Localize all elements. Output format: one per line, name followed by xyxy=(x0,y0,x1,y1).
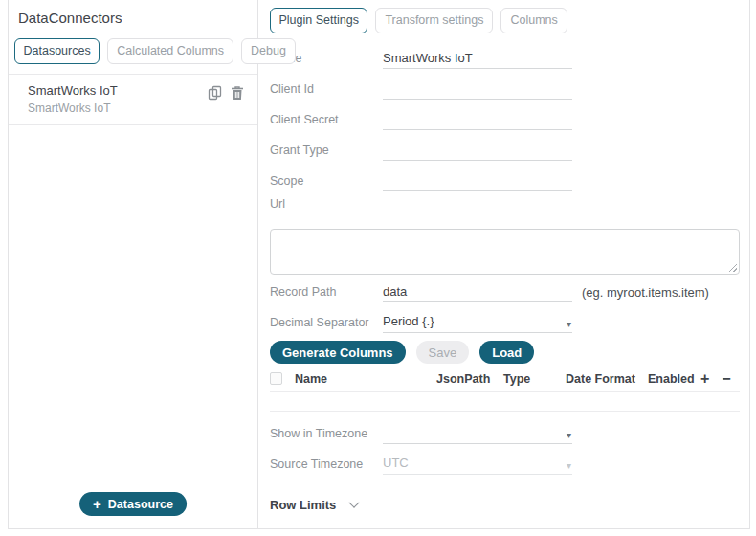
add-datasource-label: Datasource xyxy=(108,498,173,511)
plugin-settings-panel: Plugin Settings Transform settings Colum… xyxy=(258,0,749,528)
caret-down-icon: ▾ xyxy=(567,461,571,471)
grant-type-input[interactable] xyxy=(383,142,572,160)
remove-column-icon[interactable]: − xyxy=(722,371,730,387)
tab-plugin-settings[interactable]: Plugin Settings xyxy=(270,8,367,34)
column-header-name: Name xyxy=(295,372,436,386)
column-header-enabled: Enabled xyxy=(648,372,700,386)
record-path-input[interactable] xyxy=(383,283,572,302)
scope-row: Scope xyxy=(270,161,749,191)
decimal-separator-label: Decimal Separator xyxy=(270,316,383,333)
add-column-icon[interactable]: + xyxy=(700,371,709,387)
columns-table-header: Name JsonPath Type Date Format Enabled +… xyxy=(270,370,740,387)
client-id-input[interactable] xyxy=(383,80,572,99)
source-timezone-value: UTC xyxy=(383,456,572,474)
show-in-timezone-row: Show in Timezone ▾ xyxy=(270,412,749,444)
chevron-down-icon xyxy=(349,497,360,507)
datasource-item-actions xyxy=(208,85,244,100)
decimal-separator-row: Decimal Separator Period {.} ▾ xyxy=(270,302,749,333)
source-timezone-select: UTC ▾ xyxy=(383,456,572,475)
row-limits-toggle[interactable]: Row Limits xyxy=(270,498,358,512)
tab-columns[interactable]: Columns xyxy=(500,8,567,34)
add-datasource-button[interactable]: + Datasource xyxy=(79,492,187,516)
column-header-date-format: Date Format xyxy=(566,372,648,386)
source-timezone-label: Source Timezone xyxy=(270,458,383,475)
columns-table-empty-row xyxy=(270,391,740,412)
select-all-checkbox[interactable] xyxy=(270,372,282,385)
data-connectors-window: DataConnectors Datasources Calculated Co… xyxy=(8,0,750,529)
decimal-separator-value: Period {.} xyxy=(383,314,572,332)
datasource-item-title: SmartWorks IoT xyxy=(28,83,208,98)
datasource-item-text: SmartWorks IoT SmartWorks IoT xyxy=(28,83,208,115)
show-in-timezone-select[interactable]: ▾ xyxy=(383,425,572,444)
name-input[interactable] xyxy=(383,50,572,68)
url-textarea[interactable] xyxy=(271,230,739,274)
show-in-timezone-label: Show in Timezone xyxy=(270,427,383,444)
page-title: DataConnectors xyxy=(18,10,257,26)
url-label: Url xyxy=(270,197,383,214)
plugin-settings-form: Name Client Id Client Secret Grant Type … xyxy=(270,38,749,512)
sidebar: DataConnectors Datasources Calculated Co… xyxy=(9,0,258,528)
row-limits-label: Row Limits xyxy=(270,498,336,512)
client-id-label: Client Id xyxy=(270,82,383,100)
client-id-row: Client Id xyxy=(270,69,749,100)
sidebar-tabs: Datasources Calculated Columns Debug xyxy=(14,38,257,64)
tab-debug[interactable]: Debug xyxy=(241,38,296,64)
tab-calculated-columns[interactable]: Calculated Columns xyxy=(107,38,233,64)
column-header-jsonpath: JsonPath xyxy=(436,372,503,386)
name-row: Name xyxy=(270,38,749,69)
url-label-row: Url xyxy=(270,191,749,214)
caret-down-icon[interactable]: ▾ xyxy=(567,320,571,329)
generate-columns-button[interactable]: Generate Columns xyxy=(270,341,406,364)
record-path-hint: (eg. myroot.items.item) xyxy=(582,285,709,302)
actions-row: Generate Columns Save Load xyxy=(270,341,749,364)
column-header-type: Type xyxy=(503,372,566,386)
client-secret-row: Client Secret xyxy=(270,100,749,130)
timezone-block: Show in Timezone ▾ Source Timezone UTC ▾ xyxy=(270,412,749,475)
record-path-row: Record Path (eg. myroot.items.item) xyxy=(270,275,749,302)
copy-icon[interactable] xyxy=(208,85,222,100)
show-in-timezone-value xyxy=(383,425,572,443)
grant-type-row: Grant Type xyxy=(270,130,749,161)
grant-type-label: Grant Type xyxy=(270,144,383,161)
decimal-separator-select[interactable]: Period {.} ▾ xyxy=(383,314,572,333)
client-secret-label: Client Secret xyxy=(270,113,383,130)
datasource-item-subtitle: SmartWorks IoT xyxy=(28,101,208,115)
tab-transform-settings[interactable]: Transform settings xyxy=(375,8,493,34)
load-button[interactable]: Load xyxy=(479,341,534,364)
source-timezone-row: Source Timezone UTC ▾ xyxy=(270,444,749,475)
tab-datasources[interactable]: Datasources xyxy=(14,38,100,64)
settings-tabs: Plugin Settings Transform settings Colum… xyxy=(270,8,749,34)
url-textarea-wrap xyxy=(270,229,740,275)
scope-input[interactable] xyxy=(383,172,572,190)
plus-icon: + xyxy=(93,497,101,511)
scope-label: Scope xyxy=(270,174,383,191)
datasource-list-item[interactable]: SmartWorks IoT SmartWorks IoT xyxy=(9,74,257,125)
record-path-label: Record Path xyxy=(270,285,383,302)
caret-down-icon[interactable]: ▾ xyxy=(567,431,571,440)
trash-icon[interactable] xyxy=(231,85,244,100)
save-button[interactable]: Save xyxy=(416,341,470,364)
client-secret-input[interactable] xyxy=(383,111,572,129)
